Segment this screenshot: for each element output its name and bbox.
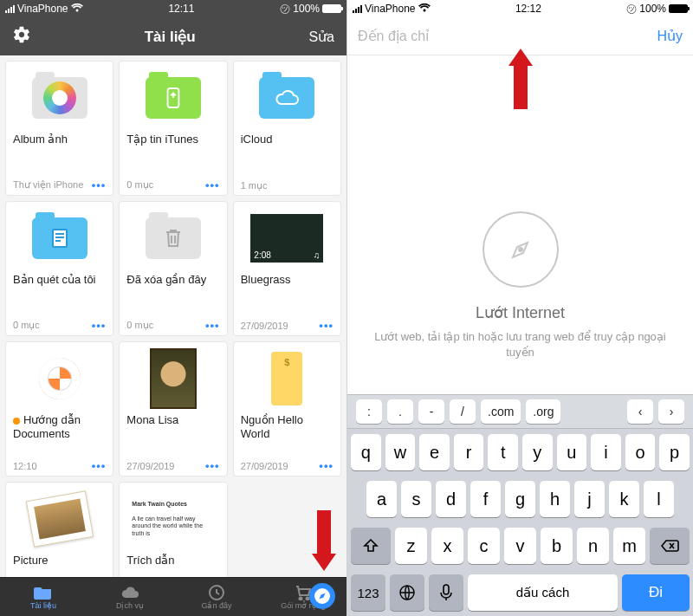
tab-services[interactable]: Dịch vụ (87, 578, 173, 616)
carrier: VinaPhone (365, 3, 416, 15)
card-trash[interactable]: Đã xóa gần đây 0 mục••• (119, 201, 227, 336)
cancel-button[interactable]: Hủy (657, 28, 683, 44)
backspace-key[interactable] (650, 528, 690, 564)
card-quote[interactable]: Mark Twain QuotesA lie can travel half w… (119, 482, 227, 577)
card-icloud[interactable]: iCloud 1 mục (233, 61, 341, 196)
space-key[interactable]: dấu cách (468, 574, 618, 611)
card-monalisa[interactable]: Mona Lisa 27/09/2019••• (119, 341, 227, 477)
shift-key[interactable] (351, 528, 391, 564)
folder-icon (32, 217, 87, 259)
acc-key[interactable]: .com (481, 399, 521, 424)
card-guide[interactable]: Hướng dẫn Documents 12:10••• (5, 341, 113, 477)
key[interactable]: j (574, 481, 605, 517)
folder-icon (146, 77, 201, 119)
more-button[interactable]: ••• (205, 178, 220, 191)
image-thumb (25, 490, 93, 547)
card-album[interactable]: Album ảnh Thư viện iPhone••• (5, 61, 113, 196)
phone-documents: VinaPhone 12:11 ㋡ 100% Tài liệu Sửa Albu… (0, 0, 346, 616)
dictation-key[interactable] (429, 574, 463, 611)
key[interactable]: t (488, 434, 518, 470)
key[interactable]: o (625, 434, 656, 470)
more-button[interactable]: ••• (205, 459, 220, 472)
battery-icon (322, 4, 341, 13)
video-thumb: 2:08♫ (250, 214, 323, 263)
card-bluegrass[interactable]: 2:08♫ Bluegrass 27/09/2019••• (233, 201, 341, 336)
prev-field-button[interactable]: ‹ (627, 399, 653, 424)
key[interactable]: p (659, 434, 690, 470)
acc-key[interactable]: . (387, 399, 413, 424)
browser-button[interactable] (303, 579, 341, 613)
card-title: iCloud (241, 133, 334, 160)
key[interactable]: i (591, 434, 621, 470)
go-key[interactable]: Đi (622, 574, 690, 611)
more-button[interactable]: ••• (92, 459, 107, 472)
image-thumb (150, 348, 197, 409)
card-sub: 0 mục (126, 179, 153, 191)
tab-recent[interactable]: Gần đây (173, 578, 260, 616)
url-input[interactable]: Đến địa chỉ (358, 28, 648, 44)
acc-key[interactable]: : (356, 399, 382, 424)
key[interactable]: l (644, 481, 674, 517)
video-duration: 2:08 (254, 250, 270, 260)
card-itunes[interactable]: Tập tin iTunes 0 mục••• (119, 61, 227, 196)
key[interactable]: e (419, 434, 450, 470)
svg-point-3 (300, 597, 302, 600)
key[interactable]: z (395, 528, 427, 564)
settings-button[interactable] (12, 25, 31, 48)
unread-dot-icon (13, 418, 20, 425)
navbar: Tài liệu Sửa (0, 17, 346, 55)
key[interactable]: d (436, 481, 466, 517)
card-title: Bluegrass (241, 273, 334, 301)
lifebuoy-icon (39, 358, 81, 399)
tab-documents[interactable]: Tài liệu (0, 578, 87, 616)
acc-key[interactable]: .org (526, 399, 560, 424)
key[interactable]: v (504, 528, 536, 564)
key[interactable]: b (541, 528, 573, 564)
key[interactable]: x (431, 528, 463, 564)
key[interactable]: h (540, 481, 570, 517)
key-row: qwertyuiop (347, 429, 693, 476)
rotation-lock-icon: ㋡ (280, 2, 290, 16)
card-picture[interactable]: Picture (5, 482, 113, 577)
key[interactable]: m (613, 528, 645, 564)
key[interactable]: n (577, 528, 609, 564)
key[interactable]: s (401, 481, 431, 517)
key[interactable]: a (366, 481, 397, 517)
key[interactable]: q (351, 434, 381, 470)
more-button[interactable]: ••• (92, 178, 107, 191)
key[interactable]: g (505, 481, 535, 517)
key[interactable]: u (557, 434, 587, 470)
more-button[interactable]: ••• (92, 319, 107, 332)
numbers-key[interactable]: 123 (351, 574, 385, 611)
card-title: Trích dẫn (126, 554, 219, 577)
card-title: Nguồn Hello World (241, 413, 334, 441)
key[interactable]: c (468, 528, 500, 564)
key[interactable]: r (454, 434, 484, 470)
more-button[interactable]: ••• (319, 459, 334, 472)
more-button[interactable]: ••• (205, 319, 220, 332)
battery-pct: 100% (639, 3, 666, 15)
card-title: Mona Lisa (126, 413, 219, 441)
more-button[interactable]: ••• (319, 319, 334, 332)
key[interactable]: k (609, 481, 639, 517)
documents-grid[interactable]: Album ảnh Thư viện iPhone••• Tập tin iTu… (0, 55, 346, 577)
cloud-icon (120, 585, 139, 600)
clock: 12:11 (168, 3, 194, 15)
tab-label: Gần đây (201, 601, 231, 610)
acc-key[interactable]: / (450, 399, 476, 424)
signal-icon (353, 5, 362, 13)
key[interactable]: f (470, 481, 501, 517)
next-field-button[interactable]: › (658, 399, 684, 424)
empty-text: Lướt web, tải tập tin hoặc lưu trang web… (347, 329, 693, 360)
music-icon: ♫ (314, 250, 321, 260)
card-helloworld[interactable]: Nguồn Hello World 27/09/2019••• (233, 341, 341, 477)
compass-icon (309, 583, 335, 609)
key[interactable]: w (385, 434, 416, 470)
card-scans[interactable]: Bản quét của tôi 0 mục••• (5, 201, 113, 336)
edit-button[interactable]: Sửa (308, 29, 334, 45)
acc-key[interactable]: - (418, 399, 444, 424)
status-bar: VinaPhone 12:12 ㋡ 100% (347, 0, 693, 17)
card-title: Đã xóa gần đây (126, 273, 219, 301)
globe-key[interactable] (390, 574, 424, 611)
key[interactable]: y (522, 434, 553, 470)
